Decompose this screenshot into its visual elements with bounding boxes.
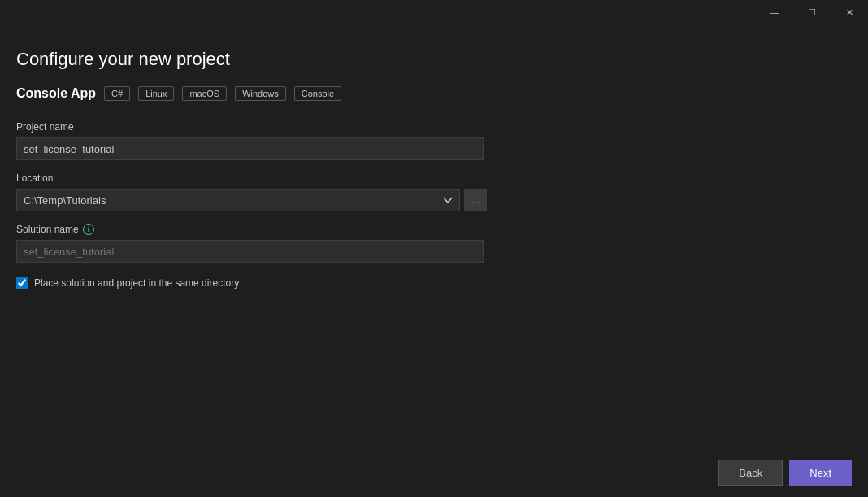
location-select[interactable]: C:\Temp\Tutorials xyxy=(16,189,460,211)
tag-console: Console xyxy=(294,86,341,101)
tag-linux: Linux xyxy=(138,86,174,101)
solution-name-label-text: Solution name xyxy=(16,224,79,235)
location-label: Location xyxy=(16,172,852,184)
close-button[interactable]: ✕ xyxy=(831,0,868,24)
app-name: Console App xyxy=(16,86,96,101)
tag-csharp: C# xyxy=(104,86,130,101)
page-title: Configure your new project xyxy=(16,49,852,70)
form-section: Project name Location C:\Temp\Tutorials … xyxy=(16,121,852,289)
tag-windows: Windows xyxy=(235,86,286,101)
main-content: Configure your new project Console App C… xyxy=(0,24,868,497)
solution-name-info-icon[interactable]: i xyxy=(83,224,94,235)
title-bar: — ☐ ✕ xyxy=(0,0,868,24)
back-button[interactable]: Back xyxy=(718,460,783,486)
same-directory-label: Place solution and project in the same d… xyxy=(34,277,239,289)
next-button[interactable]: Next xyxy=(789,460,852,486)
browse-button[interactable]: ... xyxy=(464,189,487,211)
app-info-row: Console App C# Linux macOS Windows Conso… xyxy=(16,86,852,101)
restore-button[interactable]: ☐ xyxy=(793,0,831,24)
minimize-button[interactable]: — xyxy=(756,0,793,24)
same-directory-checkbox[interactable] xyxy=(16,277,28,289)
same-directory-checkbox-row[interactable]: Place solution and project in the same d… xyxy=(16,277,852,289)
project-name-label: Project name xyxy=(16,121,852,133)
location-row: C:\Temp\Tutorials ... xyxy=(16,189,852,211)
solution-name-input[interactable] xyxy=(16,240,484,263)
project-name-input[interactable] xyxy=(16,137,484,160)
solution-name-label-row: Solution name i xyxy=(16,224,852,235)
bottom-bar: Back Next xyxy=(0,448,868,497)
tag-macos: macOS xyxy=(182,86,227,101)
